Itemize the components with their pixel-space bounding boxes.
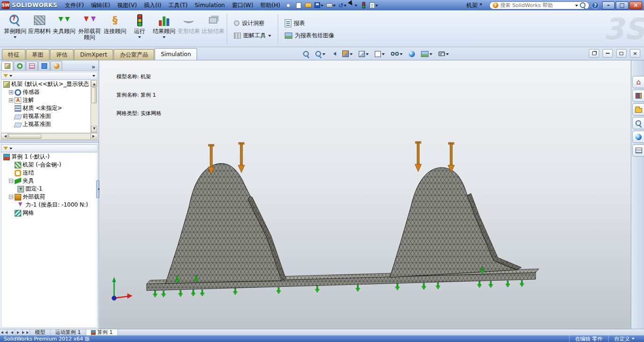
save-button[interactable] xyxy=(314,1,324,9)
rebuild-button[interactable] xyxy=(359,1,368,9)
study-item-fixtures[interactable]: − 夹具 xyxy=(1,177,97,185)
feature-tree-horizontal-scrollbar[interactable] xyxy=(1,133,98,140)
tree-item-front-plane[interactable]: 前视基准面 xyxy=(1,112,90,120)
search-input[interactable] xyxy=(500,2,573,8)
propertymanager-tab[interactable] xyxy=(14,61,25,70)
deformed-result-button[interactable]: 变形结果 xyxy=(176,12,201,47)
design-insight-button[interactable]: 设计洞察 xyxy=(232,18,272,28)
model-tab[interactable]: 模型 xyxy=(30,329,50,335)
doc-close-button[interactable]: × xyxy=(630,49,640,58)
run-button[interactable]: 运行 xyxy=(127,12,152,47)
close-button[interactable]: × xyxy=(629,1,642,9)
hide-show-items-button[interactable] xyxy=(389,49,404,58)
tabs-scroll-left-button[interactable] xyxy=(8,329,15,335)
menu-tools[interactable]: 工具(T) xyxy=(165,0,191,10)
design-library-button[interactable] xyxy=(632,90,644,102)
print-button[interactable] xyxy=(325,1,337,9)
zoom-to-fit-button[interactable] xyxy=(302,49,311,58)
tab-features[interactable]: 特征 xyxy=(2,49,25,60)
study-item-mesh[interactable]: 网格 xyxy=(1,209,97,217)
external-loads-advisor-button[interactable]: 外部载荷顾问 xyxy=(76,12,103,47)
panel-collapse-icon[interactable] xyxy=(92,75,95,78)
previous-view-button[interactable] xyxy=(330,49,338,58)
doc-minimize-button[interactable] xyxy=(603,49,613,58)
tab-office-products[interactable]: 办公室产品 xyxy=(114,49,154,60)
menu-pin-icon[interactable] xyxy=(286,3,290,8)
menu-file[interactable]: 文件(F) xyxy=(62,0,87,10)
tree-item-annotations[interactable]: + A 注解 xyxy=(1,96,90,104)
search-pane-button[interactable] xyxy=(632,117,644,129)
help-button[interactable]: ? xyxy=(592,2,599,9)
section-view-button[interactable] xyxy=(341,49,354,58)
maximize-button[interactable]: □ xyxy=(616,1,628,9)
study-item-root[interactable]: 算例 1 (-默认-) xyxy=(1,153,97,161)
select-button[interactable] xyxy=(348,1,358,9)
zoom-to-area-button[interactable] xyxy=(314,49,327,58)
custom-properties-button[interactable] xyxy=(632,144,644,157)
tabs-scroll-first-button[interactable] xyxy=(0,329,8,335)
tree-item-top-plane[interactable]: 上视基准面 xyxy=(1,120,90,128)
collapse-minus-icon[interactable]: − xyxy=(9,179,13,183)
tree-item-sensors[interactable]: + 传感器 xyxy=(1,88,90,96)
doc-maximize-button[interactable] xyxy=(616,49,627,58)
displaymanager-tab[interactable] xyxy=(50,61,62,70)
tree-item-part-root[interactable]: 机架 (默认<<默认>_显示状态 xyxy=(1,80,90,88)
menu-view[interactable]: 视图(V) xyxy=(114,0,140,10)
study-item-external-loads[interactable]: − 外部载荷 xyxy=(1,193,97,201)
results-advisor-button[interactable]: 结果顾问 xyxy=(152,12,176,47)
fixtures-advisor-button[interactable]: 夹具顾问 xyxy=(52,12,76,47)
expand-plus-icon[interactable]: + xyxy=(9,98,13,102)
tabs-scroll-right-button[interactable] xyxy=(15,329,23,335)
study-1-tab[interactable]: 算例 1 xyxy=(86,329,118,335)
menu-help[interactable]: 帮助(H) xyxy=(257,0,283,10)
view-settings-button[interactable] xyxy=(437,49,450,58)
search-icon[interactable] xyxy=(580,2,586,8)
study-tree-filter[interactable] xyxy=(1,144,98,152)
appearances-scenes-button[interactable] xyxy=(632,131,644,143)
menu-insert[interactable]: 插入(I) xyxy=(140,0,165,10)
customize-menu[interactable]: 自定义 xyxy=(608,335,640,342)
tab-simulation[interactable]: Simulation xyxy=(155,48,197,60)
scroll-down-button[interactable] xyxy=(91,126,97,133)
tab-dimxpert[interactable]: DimXpert xyxy=(74,49,113,60)
options-button[interactable] xyxy=(369,1,379,9)
motion-study-tab[interactable]: 运动算例 1 xyxy=(50,329,86,335)
apply-scene-button[interactable] xyxy=(420,49,434,58)
scroll-up-button[interactable] xyxy=(91,80,97,87)
scroll-left-button[interactable] xyxy=(1,133,8,139)
compare-results-button[interactable]: 比较结果 xyxy=(201,12,225,47)
tab-evaluate[interactable]: 评估 xyxy=(50,49,74,60)
minimize-button[interactable]: – xyxy=(602,1,615,9)
panel-section-divider[interactable] xyxy=(0,140,99,143)
report-button[interactable]: 报表 xyxy=(283,18,336,28)
featuremanager-tab[interactable] xyxy=(1,61,13,70)
menu-edit[interactable]: 编辑(E) xyxy=(88,0,114,10)
scrollbar-thumb[interactable] xyxy=(8,134,41,139)
view-orientation-button[interactable] xyxy=(357,49,370,58)
study-advisor-button[interactable]: ? 算例顾问 xyxy=(3,12,27,47)
scroll-right-button[interactable] xyxy=(91,133,97,139)
viewport-canvas[interactable] xyxy=(99,60,631,329)
open-button[interactable] xyxy=(304,1,313,9)
tabs-scroll-last-button[interactable] xyxy=(23,329,30,335)
study-item-fixed-1[interactable]: 固定-1 xyxy=(1,185,97,193)
edit-appearance-button[interactable] xyxy=(407,49,416,58)
tab-sketch[interactable]: 草图 xyxy=(26,49,50,60)
feature-tree-filter[interactable] xyxy=(1,72,98,80)
apply-material-button[interactable]: 应用材料 xyxy=(27,12,52,47)
expand-plus-icon[interactable]: + xyxy=(9,90,13,94)
tree-item-material[interactable]: 材质 <未指定> xyxy=(1,104,90,112)
menu-simulation[interactable]: Simulation xyxy=(191,1,228,9)
study-item-part[interactable]: 机架 (-合金钢-) xyxy=(1,161,97,169)
doc-restore-button[interactable] xyxy=(589,49,599,58)
help-search-box[interactable]: ? xyxy=(489,1,589,9)
scrollbar-thumb[interactable] xyxy=(91,87,97,103)
study-item-connections[interactable]: 连结 xyxy=(1,169,97,177)
menu-window[interactable]: 窗口(W) xyxy=(229,0,256,10)
search-scope-caret-icon[interactable] xyxy=(575,5,578,8)
panel-splitter[interactable] xyxy=(96,180,99,198)
panel-tabs-overflow[interactable]: » xyxy=(90,64,97,70)
file-explorer-button[interactable] xyxy=(632,103,644,116)
undo-button[interactable]: ↺ xyxy=(338,1,348,9)
new-document-button[interactable] xyxy=(295,1,303,9)
